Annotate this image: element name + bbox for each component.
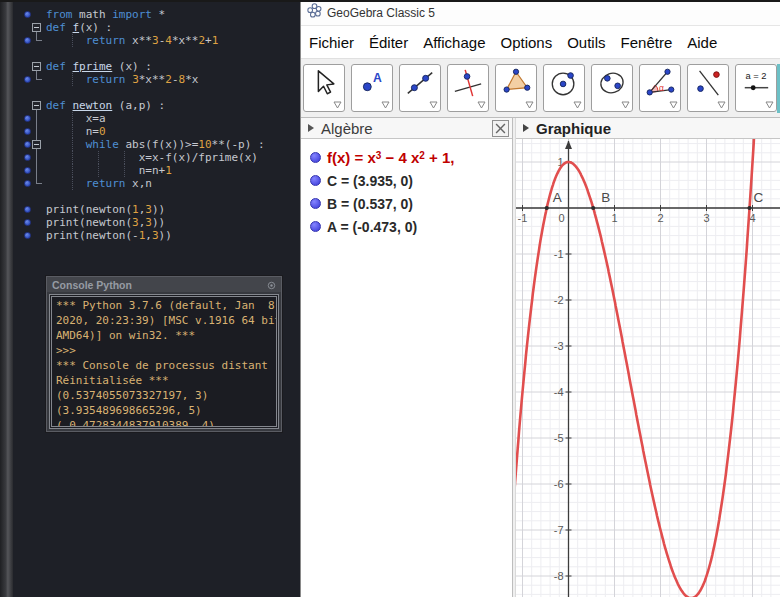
menu-options[interactable]: Options xyxy=(497,32,555,53)
collapse-triangle-icon[interactable] xyxy=(522,123,530,133)
object-bullet-icon[interactable] xyxy=(310,198,321,209)
svg-text:-8: -8 xyxy=(554,570,564,582)
code-line xyxy=(13,190,298,203)
graph-canvas[interactable]: -1012341-1-2-3-4-5-6-7-8ABC xyxy=(516,139,780,597)
console-output[interactable]: *** Python 3.7.6 (default, Jan 82020, 20… xyxy=(49,294,279,429)
circle-center-point-tool-icon xyxy=(549,68,579,98)
console-line: (-0.4728344837910389, 4) xyxy=(56,418,272,429)
algebra-item-A[interactable]: A = (-0.473, 0) xyxy=(301,215,512,238)
code-line: def fprime (x) : xyxy=(13,60,298,73)
breakpoint-dot-icon[interactable] xyxy=(24,141,31,148)
breakpoint-dot-icon[interactable] xyxy=(24,128,31,135)
algebra-view-header[interactable]: Algèbre xyxy=(301,118,512,139)
fold-connector xyxy=(36,112,37,125)
fold-toggle-icon[interactable] xyxy=(32,62,41,71)
circle-center-point-tool-button[interactable] xyxy=(543,64,585,112)
graphics-view: Graphique -1012341-1-2-3-4-5-6-7-8ABC xyxy=(516,118,780,597)
fold-toggle-icon[interactable] xyxy=(32,140,41,149)
code-text: print(newton(3,3)) xyxy=(46,216,165,229)
breakpoint-dot-icon[interactable] xyxy=(24,206,31,213)
svg-text:2: 2 xyxy=(657,212,663,224)
tool-dropdown-arrow-icon[interactable] xyxy=(621,101,630,109)
tool-dropdown-arrow-icon[interactable] xyxy=(765,101,774,109)
slider-tool-button[interactable]: a = 2 xyxy=(735,64,777,112)
tool-dropdown-arrow-icon[interactable] xyxy=(573,101,582,109)
line-tool-button[interactable] xyxy=(399,64,441,112)
line-tool-icon xyxy=(405,68,435,98)
code-line: def newton (a,p) : xyxy=(13,99,298,112)
svg-text:-1: -1 xyxy=(518,212,528,224)
breakpoint-dot-icon[interactable] xyxy=(24,37,31,44)
code-line: def f(x) : xyxy=(13,21,298,34)
algebra-item-B[interactable]: B = (0.537, 0) xyxy=(301,192,512,215)
code-line: print(newton(-1,3)) xyxy=(13,229,298,242)
tool-dropdown-arrow-icon[interactable] xyxy=(717,101,726,109)
pyzo-left-strip xyxy=(0,0,13,597)
menu-affichage[interactable]: Affichage xyxy=(420,32,488,53)
tool-dropdown-arrow-icon[interactable] xyxy=(477,101,486,109)
polygon-tool-button[interactable] xyxy=(495,64,537,112)
code-text: from math import * xyxy=(46,8,165,21)
svg-text:-7: -7 xyxy=(554,524,564,536)
angle-tool-button[interactable]: α xyxy=(639,64,681,112)
polygon-tool-icon xyxy=(501,68,531,98)
perpendicular-line-tool-icon xyxy=(453,68,483,98)
breakpoint-dot-icon[interactable] xyxy=(24,11,31,18)
reflect-tool-button[interactable] xyxy=(687,64,729,112)
fold-connector xyxy=(36,164,37,177)
breakpoint-dot-icon[interactable] xyxy=(24,219,31,226)
breakpoint-dot-icon[interactable] xyxy=(24,115,31,122)
code-text: return 3*x**2-8*x xyxy=(46,73,198,86)
console-line: *** Python 3.7.6 (default, Jan 8 xyxy=(56,298,272,313)
collapse-triangle-icon[interactable] xyxy=(307,123,315,133)
svg-text:B: B xyxy=(601,190,610,205)
code-text: x=a xyxy=(46,112,106,125)
breakpoint-dot-icon[interactable] xyxy=(24,180,31,187)
svg-text:0: 0 xyxy=(558,212,564,224)
console-line: Réinitialisée *** xyxy=(56,373,272,388)
console-pin-icon[interactable] xyxy=(267,276,276,294)
algebra-item-C[interactable]: C = (3.935, 0) xyxy=(301,169,512,192)
conic-tool-icon xyxy=(597,68,627,98)
geogebra-title-bar[interactable]: GeoGebra Classic 5 xyxy=(301,0,780,26)
code-text: while abs(f(x))>=10**(-p) : xyxy=(46,138,265,151)
breakpoint-dot-icon[interactable] xyxy=(24,154,31,161)
object-bullet-icon[interactable] xyxy=(310,152,321,163)
fold-toggle-icon[interactable] xyxy=(32,101,41,110)
object-bullet-icon[interactable] xyxy=(310,221,321,232)
close-algebra-button[interactable] xyxy=(492,120,509,137)
menu-fenetre[interactable]: Fenêtre xyxy=(618,32,676,53)
code-text: print(newton(1,3)) xyxy=(46,203,165,216)
point-tool-button[interactable]: A xyxy=(351,64,393,112)
code-line: print(newton(1,3)) xyxy=(13,203,298,216)
menu-editer[interactable]: Éditer xyxy=(366,32,411,53)
breakpoint-dot-icon[interactable] xyxy=(24,76,31,83)
pyzo-editor-pane: from math import *def f(x) : return x**3… xyxy=(0,0,300,597)
point-definition: A = (-0.473, 0) xyxy=(327,219,417,235)
svg-text:-3: -3 xyxy=(554,340,564,352)
tool-dropdown-arrow-icon[interactable] xyxy=(429,101,438,109)
move-tool-button[interactable] xyxy=(303,64,345,112)
menu-outils[interactable]: Outils xyxy=(564,32,608,53)
code-line: from math import * xyxy=(13,8,298,21)
fold-toggle-icon[interactable] xyxy=(32,23,41,32)
console-line: 2020, 20:23:39) [MSC v.1916 64 bit ( xyxy=(56,313,272,328)
conic-tool-button[interactable] xyxy=(591,64,633,112)
graphics-view-header[interactable]: Graphique xyxy=(516,118,780,139)
object-bullet-icon[interactable] xyxy=(310,175,321,186)
breakpoint-dot-icon[interactable] xyxy=(24,232,31,239)
console-title-bar[interactable]: Console Python xyxy=(47,277,281,292)
perpendicular-line-tool-button[interactable] xyxy=(447,64,489,112)
tool-dropdown-arrow-icon[interactable] xyxy=(669,101,678,109)
menu-fichier[interactable]: Fichier xyxy=(306,32,357,53)
svg-text:3: 3 xyxy=(703,212,709,224)
tool-dropdown-arrow-icon[interactable] xyxy=(525,101,534,109)
tool-dropdown-arrow-icon[interactable] xyxy=(333,101,342,109)
tool-dropdown-arrow-icon[interactable] xyxy=(381,101,390,109)
geogebra-window: GeoGebra Classic 5 FichierÉditerAffichag… xyxy=(300,0,780,597)
menu-aide[interactable]: Aide xyxy=(684,32,720,53)
breakpoint-dot-icon[interactable] xyxy=(24,167,31,174)
fold-connector xyxy=(36,151,37,164)
algebra-item-f[interactable]: f(x) = x3 − 4 x2 + 1, xyxy=(301,146,512,169)
reflect-tool-icon xyxy=(693,68,723,98)
